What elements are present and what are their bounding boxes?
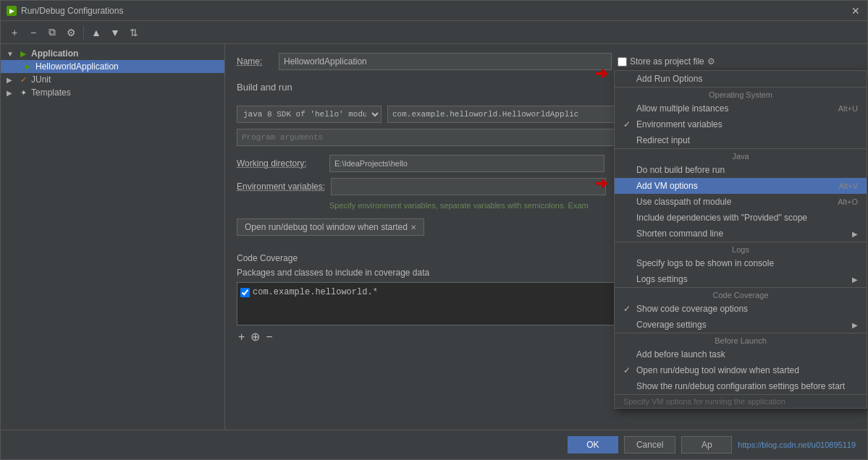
application-label: Application [31, 48, 78, 59]
up-button[interactable]: ▲ [88, 25, 104, 41]
menu-include-deps[interactable]: Include dependencies with "Provided" sco… [615, 210, 867, 226]
working-dir-label: Working directory: [237, 158, 324, 169]
tree-arrow-junit: ▶ [7, 76, 15, 84]
app-icon: ▶ [18, 48, 28, 59]
store-gear-icon: ⚙ [707, 56, 715, 67]
tag-close-icon[interactable]: ✕ [410, 223, 416, 231]
bottom-bar: OK Cancel Ap https://blog.csdn.net/u0108… [1, 430, 867, 459]
open-tool-window-button[interactable]: Open run/debug tool window when started … [237, 218, 424, 236]
coverage-settings-label: Coverage settings [636, 320, 707, 330]
hint-text: Specify VM options for running the appli… [623, 397, 785, 406]
close-button[interactable]: ✕ [850, 5, 861, 17]
coverage-remove-button[interactable]: − [264, 330, 274, 344]
menu-open-tool-window[interactable]: ✓ Open run/debug tool window when starte… [615, 362, 867, 378]
down-button[interactable]: ▼ [107, 25, 123, 41]
ok-button[interactable]: OK [568, 436, 618, 453]
menu-show-config[interactable]: Show the run/debug configuration setting… [615, 378, 867, 394]
left-panel: ▼ ▶ Application ▶ HelloworldApplication … [1, 44, 225, 430]
title-bar: ▶ Run/Debug Configurations ✕ [1, 1, 867, 21]
add-before-label: Add before launch task [636, 349, 725, 359]
menu-use-classpath[interactable]: Use classpath of module Alt+O [615, 194, 867, 210]
store-as-label: Store as project file [630, 56, 704, 67]
dialog-title: Run/Debug Configurations [21, 6, 123, 16]
tree-item-application[interactable]: ▼ ▶ Application [1, 47, 224, 60]
coverage-add-button[interactable]: + [237, 330, 246, 344]
shorten-cmd-label: Shorten command line [636, 229, 723, 239]
show-config-label: Show the run/debug configuration setting… [636, 381, 845, 391]
templates-label: Templates [31, 88, 71, 98]
allow-multiple-shortcut: Alt+U [838, 104, 858, 113]
menu-section-os: Operating System [615, 87, 867, 101]
coverage-checkbox[interactable] [240, 288, 250, 297]
use-classpath-shortcut: Alt+O [838, 197, 858, 206]
menu-section-before-launch: Before Launch [615, 333, 867, 346]
menu-section-coverage: Code Coverage [615, 287, 867, 301]
add-vm-label: Add VM options [636, 181, 698, 191]
junit-label: JUnit [31, 74, 51, 85]
remove-button[interactable]: − [25, 25, 41, 41]
menu-env-vars[interactable]: ✓ Environment variables [615, 116, 867, 132]
add-run-options-label: Add Run Options [636, 74, 702, 84]
tree-item-junit[interactable]: ▶ ✓ JUnit [1, 73, 224, 86]
junit-icon: ✓ [18, 74, 28, 85]
no-build-label: Do not build before run [636, 165, 725, 175]
menu-specify-logs[interactable]: Specify logs to be shown in console [615, 255, 867, 271]
menu-redirect[interactable]: Redirect input [615, 132, 867, 148]
store-as-row: Store as project file ⚙ [618, 56, 715, 67]
menu-add-run-options[interactable]: Add Run Options [615, 71, 867, 87]
shorten-cmd-arrow: ▶ [852, 230, 858, 238]
menu-logs-settings[interactable]: Logs settings ▶ [615, 271, 867, 287]
coverage-add-alt-button[interactable]: ⊕ [249, 330, 261, 344]
open-tool-window-label: Open run/debug tool window when started [245, 222, 408, 232]
url-label: https://blog.csdn.net/u010895119 [738, 440, 856, 449]
env-vars-menu-label: Environment variables [636, 119, 722, 129]
helloworld-label: HelloworldApplication [35, 61, 119, 72]
menu-add-before[interactable]: Add before launch task [615, 346, 867, 362]
allow-multiple-label: Allow multiple instances [636, 103, 728, 114]
coverage-settings-arrow: ▶ [852, 321, 858, 329]
dialog-icon: ▶ [7, 6, 17, 16]
menu-no-build[interactable]: Do not build before run [615, 162, 867, 178]
menu-show-coverage[interactable]: ✓ Show code coverage options [615, 301, 867, 317]
toolbar: + − ⧉ ⚙ ▲ ▼ ⇅ [1, 21, 867, 44]
run-debug-dialog: ▶ Run/Debug Configurations ✕ + − ⧉ ⚙ ▲ ▼… [0, 0, 868, 460]
menu-allow-multiple[interactable]: Allow multiple instances Alt+U [615, 101, 867, 116]
copy-button[interactable]: ⧉ [44, 25, 60, 41]
apply-button[interactable]: Ap [681, 436, 732, 453]
env-vars-input[interactable] [331, 178, 606, 195]
menu-shorten-cmd[interactable]: Shorten command line ▶ [615, 226, 867, 242]
name-row: Name: Store as project file ⚙ [237, 53, 856, 70]
tree-item-helloworld[interactable]: ▶ HelloworldApplication [1, 60, 224, 73]
helloworld-icon: ▶ [22, 61, 33, 72]
sdk-select[interactable]: java 8 SDK of 'hello' module [237, 106, 382, 123]
tree-item-templates[interactable]: ▶ ✦ Templates [1, 86, 224, 99]
name-label: Name: [237, 56, 273, 67]
env-vars-label: Environment variables: [237, 182, 325, 192]
toolbar-separator [83, 26, 84, 39]
redirect-label: Redirect input [636, 135, 690, 145]
coverage-item-label: com.example.helloworld.* [253, 287, 378, 297]
menu-add-vm[interactable]: Add VM options Alt+V [615, 178, 867, 194]
cancel-button[interactable]: Cancel [624, 436, 675, 453]
store-as-checkbox[interactable] [618, 57, 627, 67]
build-run-label: Build and run [237, 82, 292, 93]
name-input[interactable] [279, 53, 612, 70]
settings-button[interactable]: ⚙ [63, 25, 79, 41]
menu-section-logs: Logs [615, 242, 867, 255]
include-deps-label: Include dependencies with "Provided" sco… [636, 213, 807, 223]
tree-arrow-templates: ▶ [7, 89, 15, 97]
open-tool-window-menu-label: Open run/debug tool window when started [636, 365, 799, 375]
menu-hint: Specify VM options for running the appli… [615, 394, 867, 408]
menu-section-java: Java [615, 148, 867, 162]
use-classpath-label: Use classpath of module [636, 197, 731, 207]
menu-coverage-settings[interactable]: Coverage settings ▶ [615, 317, 867, 333]
specify-logs-label: Specify logs to be shown in console [636, 258, 774, 268]
add-vm-shortcut: Alt+V [838, 182, 858, 190]
add-button[interactable]: + [7, 25, 22, 41]
tree-arrow-application: ▼ [7, 50, 15, 58]
show-coverage-label: Show code coverage options [636, 304, 748, 314]
templates-icon: ✦ [18, 88, 28, 98]
logs-settings-arrow: ▶ [852, 276, 858, 284]
sort-button[interactable]: ⇅ [126, 25, 142, 41]
working-dir-input[interactable] [329, 155, 604, 172]
